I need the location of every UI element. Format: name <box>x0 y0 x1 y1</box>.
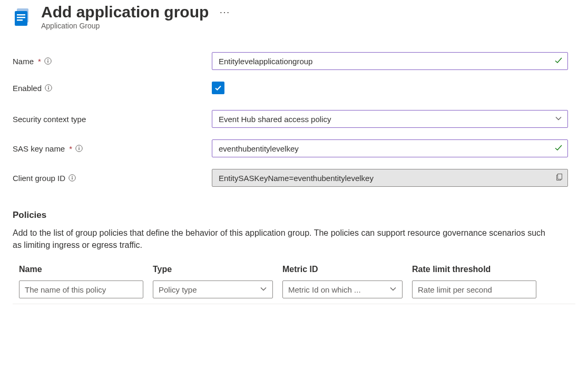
sas-label: SAS key name <box>13 144 65 153</box>
field-row-client: Client group ID EntitySASKeyName=eventhu… <box>13 169 575 187</box>
field-row-name: Name * Entitylevelapplicationgroup <box>13 52 575 70</box>
col-header-rate: Rate limit threshold <box>412 265 536 274</box>
sas-input[interactable]: eventhubentitylevelkey <box>212 139 568 157</box>
context-label: Security context type <box>13 115 86 124</box>
valid-check-icon <box>554 143 563 154</box>
info-icon[interactable] <box>75 145 83 152</box>
svg-rect-13 <box>79 148 79 150</box>
policy-rate-input[interactable]: Rate limit per second <box>412 280 536 298</box>
policies-description: Add to the list of group policies that d… <box>13 227 550 251</box>
copy-icon[interactable] <box>555 173 563 183</box>
col-header-metric: Metric ID <box>282 265 403 274</box>
field-row-context: Security context type Event Hub shared a… <box>13 110 575 128</box>
svg-rect-16 <box>72 177 72 179</box>
more-actions-button[interactable]: ⋯ <box>217 5 233 19</box>
client-label: Client group ID <box>13 174 65 183</box>
svg-rect-1 <box>15 11 27 26</box>
info-icon[interactable] <box>44 57 52 65</box>
policies-section: Policies Add to the list of group polici… <box>13 210 575 304</box>
policy-name-input[interactable]: The name of this policy <box>19 280 143 298</box>
policies-header-row: Name Type Metric ID Rate limit threshold <box>13 265 575 280</box>
page-title: Add application group <box>41 3 209 21</box>
enabled-label: Enabled <box>13 84 42 93</box>
svg-point-12 <box>79 146 80 147</box>
context-select[interactable]: Event Hub shared access policy <box>212 110 568 128</box>
client-id-input: EntitySASKeyName=eventhubentitylevelkey <box>212 169 568 187</box>
policies-heading: Policies <box>13 210 575 220</box>
name-input[interactable]: Entitylevelapplicationgroup <box>212 52 568 70</box>
required-marker: * <box>69 144 72 153</box>
chevron-down-icon <box>555 115 562 124</box>
page-header: Add application group ⋯ Application Grou… <box>13 0 575 30</box>
enabled-checkbox[interactable] <box>212 82 224 94</box>
svg-rect-2 <box>17 14 25 15</box>
policy-metric-select[interactable]: Metric Id on which ... <box>282 280 403 298</box>
page-subtitle: Application Group <box>41 22 575 30</box>
col-header-type: Type <box>153 265 273 274</box>
app-group-icon <box>13 6 34 27</box>
chevron-down-icon <box>260 285 267 294</box>
svg-rect-17 <box>558 174 562 179</box>
svg-rect-7 <box>47 61 48 63</box>
valid-check-icon <box>554 56 563 67</box>
chevron-down-icon <box>389 285 397 294</box>
col-header-name: Name <box>19 265 143 274</box>
policy-type-select[interactable]: Policy type <box>153 280 273 298</box>
field-row-sas: SAS key name * eventhubentitylevelkey <box>13 139 575 157</box>
name-label: Name <box>13 57 34 66</box>
svg-point-6 <box>47 59 48 60</box>
svg-point-9 <box>48 86 49 87</box>
info-icon[interactable] <box>45 84 52 92</box>
svg-rect-3 <box>17 17 25 18</box>
field-row-enabled: Enabled <box>13 82 575 94</box>
svg-point-15 <box>72 176 73 177</box>
required-marker: * <box>38 57 41 66</box>
svg-rect-4 <box>17 19 23 21</box>
policies-input-row: The name of this policy Policy type Metr… <box>13 280 575 304</box>
svg-rect-10 <box>48 87 48 89</box>
info-icon[interactable] <box>68 174 76 182</box>
